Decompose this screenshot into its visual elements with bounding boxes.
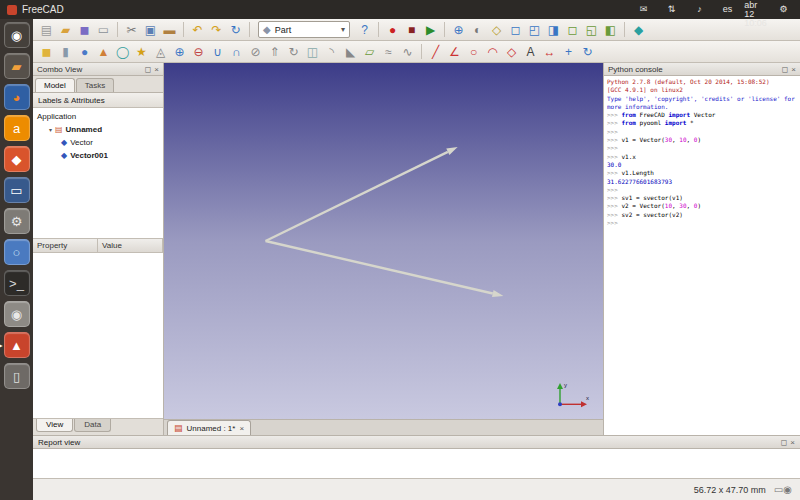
undo-icon[interactable]: ↶ bbox=[188, 21, 207, 39]
view-right-icon[interactable]: ◨ bbox=[544, 21, 563, 39]
launcher-firefox-icon[interactable]: ◕ bbox=[4, 84, 30, 110]
value-column[interactable]: Value bbox=[98, 239, 163, 252]
view-rear-icon[interactable]: ◻ bbox=[563, 21, 582, 39]
combo-view-header[interactable]: Combo View ◻ × bbox=[33, 63, 163, 76]
mouse-model-icon[interactable]: ◉ bbox=[783, 481, 792, 499]
tree-item-vector[interactable]: ◆Vector bbox=[33, 136, 163, 149]
part-box-icon[interactable]: ◼ bbox=[37, 43, 56, 61]
boolean-union-icon[interactable]: ∪ bbox=[208, 43, 227, 61]
copy-icon[interactable]: ▣ bbox=[141, 21, 160, 39]
report-view-header[interactable]: Report view ◻ × bbox=[33, 435, 800, 449]
float-icon[interactable]: ◻ bbox=[145, 65, 152, 74]
tree-item-vector001[interactable]: ◆Vector001 bbox=[33, 149, 163, 162]
draft-polygon-icon[interactable]: ◇ bbox=[502, 43, 521, 61]
measure-icon[interactable]: ◆ bbox=[629, 21, 648, 39]
paste-icon[interactable]: ▬ bbox=[160, 21, 179, 39]
python-console-header[interactable]: Python console ◻ × bbox=[604, 63, 800, 76]
report-view-output[interactable] bbox=[33, 449, 800, 479]
launcher-terminal-icon[interactable]: >_ bbox=[4, 270, 30, 296]
macro-stop-icon[interactable]: ■ bbox=[402, 21, 421, 39]
close-icon[interactable]: × bbox=[791, 65, 796, 74]
launcher-amazon-icon[interactable]: a bbox=[4, 115, 30, 141]
cut-icon[interactable]: ✂ bbox=[122, 21, 141, 39]
part-sphere-icon[interactable]: ● bbox=[75, 43, 94, 61]
extrude-icon[interactable]: ⇑ bbox=[265, 43, 284, 61]
fillet-icon[interactable]: ◝ bbox=[322, 43, 341, 61]
view-bottom-icon[interactable]: ◱ bbox=[582, 21, 601, 39]
tree-item-application[interactable]: Application bbox=[33, 110, 163, 123]
document-tab[interactable]: ▤ Unnamed : 1* × bbox=[167, 420, 251, 435]
tab-model[interactable]: Model bbox=[35, 78, 75, 92]
tab-data[interactable]: Data bbox=[74, 419, 111, 432]
property-table-body[interactable] bbox=[33, 253, 163, 419]
draft-text-icon[interactable]: A bbox=[521, 43, 540, 61]
tab-close-icon[interactable]: × bbox=[239, 424, 244, 433]
messaging-icon[interactable]: ✉ bbox=[634, 1, 653, 19]
draft-wire-icon[interactable]: ∠ bbox=[445, 43, 464, 61]
redo-icon[interactable]: ↷ bbox=[207, 21, 226, 39]
launcher-libreoffice-icon[interactable]: ▭ bbox=[4, 177, 30, 203]
sound-icon[interactable]: ♪ bbox=[690, 1, 709, 19]
draft-circle-icon[interactable]: ○ bbox=[464, 43, 483, 61]
open-file-icon[interactable]: ▰ bbox=[56, 21, 75, 39]
save-icon[interactable]: ◼ bbox=[75, 21, 94, 39]
launcher-software-center-icon[interactable]: ◆ bbox=[4, 146, 30, 172]
vector-v1-arrow[interactable] bbox=[266, 152, 448, 241]
loft-icon[interactable]: ≈ bbox=[379, 43, 398, 61]
mirror-icon[interactable]: ◫ bbox=[303, 43, 322, 61]
view-left-icon[interactable]: ◧ bbox=[601, 21, 620, 39]
draft-rotate-icon[interactable]: ↻ bbox=[578, 43, 597, 61]
launcher-files-icon[interactable]: ▰ bbox=[4, 53, 30, 79]
launcher-chromium-icon[interactable]: ○ bbox=[4, 239, 30, 265]
launcher-dash-home-icon[interactable]: ◉ bbox=[4, 22, 30, 48]
section-icon[interactable]: ⊘ bbox=[246, 43, 265, 61]
macro-execute-icon[interactable]: ▶ bbox=[421, 21, 440, 39]
3d-viewport[interactable]: x y bbox=[164, 63, 603, 419]
ruled-surface-icon[interactable]: ▱ bbox=[360, 43, 379, 61]
launcher-screenshot-icon[interactable]: ◉ bbox=[4, 301, 30, 327]
draw-style-icon[interactable]: ◐ bbox=[468, 21, 487, 39]
launcher-trash-icon[interactable]: ▯ bbox=[4, 363, 30, 389]
session-menu-icon[interactable]: ⚙ bbox=[774, 1, 793, 19]
boolean-cut-icon[interactable]: ⊖ bbox=[189, 43, 208, 61]
close-icon[interactable]: × bbox=[790, 438, 795, 447]
part-shapebuilder-icon[interactable]: ◬ bbox=[151, 43, 170, 61]
python-console-output[interactable]: Python 2.7.8 (default, Oct 20 2014, 15:0… bbox=[604, 76, 800, 435]
fit-all-icon[interactable]: ⊕ bbox=[449, 21, 468, 39]
revolve-icon[interactable]: ↻ bbox=[284, 43, 303, 61]
chamfer-icon[interactable]: ◣ bbox=[341, 43, 360, 61]
labels-attributes-header[interactable]: Labels & Attributes bbox=[33, 93, 163, 108]
part-torus-icon[interactable]: ◯ bbox=[113, 43, 132, 61]
tab-view[interactable]: View bbox=[36, 419, 73, 432]
keyboard-indicator[interactable]: es bbox=[718, 1, 737, 19]
clock[interactable]: dom abr 12 10:06 bbox=[746, 1, 765, 19]
draft-move-icon[interactable]: + bbox=[559, 43, 578, 61]
boolean-icon[interactable]: ⊕ bbox=[170, 43, 189, 61]
refresh-icon[interactable]: ↻ bbox=[226, 21, 245, 39]
view-top-icon[interactable]: ◰ bbox=[525, 21, 544, 39]
part-primitives-icon[interactable]: ★ bbox=[132, 43, 151, 61]
close-icon[interactable]: × bbox=[154, 65, 159, 74]
launcher-system-settings-icon[interactable]: ⚙ bbox=[4, 208, 30, 234]
property-column[interactable]: Property bbox=[33, 239, 98, 252]
workbench-selector[interactable]: ◆ Part ▾ bbox=[258, 21, 350, 38]
draft-dimension-icon[interactable]: ↔ bbox=[540, 43, 559, 61]
tab-tasks[interactable]: Tasks bbox=[76, 78, 114, 92]
whats-this-icon[interactable]: ? bbox=[355, 21, 374, 39]
view-front-icon[interactable]: ◻ bbox=[506, 21, 525, 39]
macro-record-icon[interactable]: ● bbox=[383, 21, 402, 39]
boolean-intersection-icon[interactable]: ∩ bbox=[227, 43, 246, 61]
view-isometric-icon[interactable]: ◇ bbox=[487, 21, 506, 39]
draft-line-icon[interactable]: ╱ bbox=[426, 43, 445, 61]
float-icon[interactable]: ◻ bbox=[781, 438, 788, 447]
dimension-status-icon[interactable]: ▭ bbox=[774, 481, 783, 499]
print-icon[interactable]: ▭ bbox=[94, 21, 113, 39]
sweep-icon[interactable]: ∿ bbox=[398, 43, 417, 61]
new-file-icon[interactable]: ▤ bbox=[37, 21, 56, 39]
launcher-freecad-icon[interactable]: ▸▲ bbox=[4, 332, 30, 358]
focused-app-area[interactable]: FreeCAD bbox=[7, 4, 64, 15]
part-cone-icon[interactable]: ▲ bbox=[94, 43, 113, 61]
vector-v2-arrow[interactable] bbox=[266, 241, 493, 294]
tree-item-unnamed[interactable]: ▾▤Unnamed bbox=[33, 123, 163, 136]
part-cylinder-icon[interactable]: ▮ bbox=[56, 43, 75, 61]
